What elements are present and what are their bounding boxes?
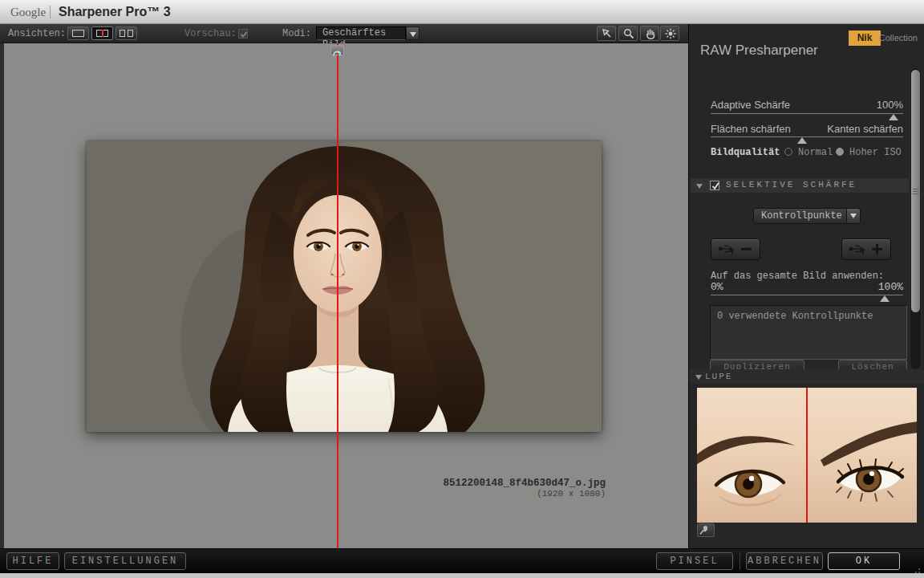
sidebyside-view-icon	[120, 30, 125, 37]
radio-hoher-iso-label[interactable]: Hoher ISO	[849, 147, 902, 158]
lupe-section-header[interactable]: LUPE	[689, 369, 924, 384]
pinsel-button[interactable]: PINSEL	[656, 552, 733, 570]
pushpin-icon	[698, 524, 710, 535]
google-logo: Google	[10, 0, 46, 24]
collapse-triangle-icon[interactable]	[696, 184, 703, 189]
adaptive-slider-handle[interactable]	[889, 114, 898, 120]
lightbulb-icon	[664, 27, 677, 40]
adaptive-schaerfe-value: 100%	[833, 99, 903, 111]
bildqualitaet-label: Bildqualität	[711, 147, 780, 158]
view-split-button[interactable]	[91, 26, 113, 40]
loeschen-button[interactable]: Löschen	[838, 360, 907, 369]
image-dimensions: (1920 x 1080)	[365, 489, 606, 499]
panel-scrollbar-thumb[interactable]	[911, 70, 920, 312]
flaechen-label: Flächen schärfen	[711, 123, 791, 135]
panel-scrollbar[interactable]	[910, 67, 922, 370]
lupe-eyes-image	[697, 388, 917, 523]
vorschau-checkbox[interactable]	[238, 29, 248, 39]
split-view-redline-icon	[102, 30, 103, 37]
control-point-minus-icon	[717, 244, 756, 256]
lupe-preview	[697, 388, 917, 523]
control-points-list[interactable]: 0 verwendete Kontrollpunkte	[710, 305, 907, 360]
modi-label: Modi:	[282, 24, 311, 43]
ok-button[interactable]: OK	[828, 552, 900, 570]
control-point-plus-icon	[848, 244, 886, 256]
kanten-label: Kanten schärfen	[801, 123, 903, 135]
control-points-list-text: 0 verwendete Kontrollpunkte	[717, 311, 873, 322]
kontrollpunkte-dropdown-value: Kontrollpunkte	[761, 209, 842, 223]
lupe-header-label: LUPE	[705, 372, 732, 381]
adaptive-schaerfe-label: Adaptive Schärfe	[711, 99, 790, 111]
chevron-down-icon	[850, 214, 857, 218]
scrollbar-grip-icon	[913, 189, 918, 189]
split-divider-line[interactable]	[337, 43, 338, 548]
single-view-icon	[72, 30, 84, 37]
modi-select[interactable]: Geschärftes Bild	[316, 26, 406, 40]
view-sidebyside-button[interactable]	[116, 26, 137, 40]
kontrollpunkte-dropdown[interactable]: Kontrollpunkte	[753, 208, 861, 224]
bottom-bar: HILFE EINSTELLUNGEN PINSEL ABBRECHEN OK	[0, 548, 924, 573]
sidebyside-view-icon2	[128, 30, 133, 37]
cursor-tool-button[interactable]	[597, 26, 616, 41]
brightness-tool-button[interactable]	[660, 26, 679, 41]
app-title: Sharpener Pro™ 3	[59, 0, 171, 24]
ansichten-label: Ansichten:	[8, 24, 66, 43]
modi-select-arrow-button[interactable]	[406, 26, 419, 40]
remove-control-point-button[interactable]	[711, 238, 760, 260]
preview-image[interactable]	[87, 141, 602, 432]
apply-slider-track[interactable]	[711, 295, 903, 295]
titlebar-divider	[50, 6, 51, 18]
radio-normal[interactable]	[784, 148, 792, 156]
abbrechen-button[interactable]: ABBRECHEN	[746, 552, 823, 570]
toolbar: Ansichten: Vorschau: Modi: Geschärftes B…	[0, 24, 688, 43]
apply-max-value: 100%	[833, 281, 903, 293]
selektive-schaerfe-section-header[interactable]: SELEKTIVE SCHÄRFE	[691, 178, 909, 193]
pin-lupe-button[interactable]	[697, 523, 715, 537]
nik-logo: Nik	[849, 31, 881, 46]
portrait-photo	[87, 141, 602, 432]
curved-arrow-icon	[331, 48, 343, 57]
radio-hoher-iso[interactable]	[836, 148, 844, 156]
hilfe-button[interactable]: HILFE	[6, 552, 59, 570]
flaechen-kanten-slider-track[interactable]	[711, 136, 903, 137]
pan-tool-button[interactable]	[640, 26, 659, 41]
split-divider-handle[interactable]	[330, 45, 344, 55]
title-bar: Google Sharpener Pro™ 3	[0, 0, 924, 24]
selektive-checkbox[interactable]	[710, 181, 719, 190]
magnifier-icon	[622, 27, 635, 40]
chevron-down-icon	[410, 32, 416, 37]
apply-min-value: 0%	[711, 281, 723, 293]
image-filename: 8512200148_8f4b630d47_o.jpg	[365, 478, 606, 489]
add-control-point-button[interactable]	[841, 238, 891, 260]
settings-panel: Nik Collection RAW Presharpener Adaptive…	[688, 24, 924, 548]
list-actions-row: Duplizieren Löschen	[689, 360, 915, 369]
preview-canvas[interactable]: 8512200148_8f4b630d47_o.jpg (1920 x 1080…	[0, 43, 688, 548]
flaechen-kanten-slider-handle[interactable]	[797, 137, 807, 144]
check-icon	[239, 30, 249, 39]
einstellungen-button[interactable]: EINSTELLUNGEN	[64, 552, 186, 570]
resize-grip[interactable]	[918, 568, 920, 570]
radio-normal-label[interactable]: Normal	[798, 147, 833, 158]
collapse-triangle-icon[interactable]	[695, 375, 702, 380]
view-single-button[interactable]	[67, 26, 89, 40]
vorschau-label: Vorschau:	[184, 24, 237, 43]
duplizieren-button[interactable]: Duplizieren	[710, 360, 804, 369]
panel-title: RAW Presharpener	[700, 43, 818, 59]
cursor-icon	[601, 27, 614, 40]
selektive-header-label: SELEKTIVE SCHÄRFE	[726, 180, 857, 189]
apply-slider-handle[interactable]	[880, 295, 890, 302]
window-bottom-edge	[0, 573, 924, 578]
hand-icon	[644, 27, 657, 40]
app-window: Google Sharpener Pro™ 3 Ansichten: Vorsc…	[0, 0, 924, 578]
apply-whole-image-label: Auf das gesamte Bild anwenden:	[711, 271, 884, 282]
nik-collection-label: Collection	[879, 31, 918, 46]
adaptive-slider-track[interactable]	[711, 113, 903, 114]
kontrollpunkte-dropdown-arrow[interactable]	[846, 209, 860, 223]
bottombar-divider	[740, 552, 740, 570]
zoom-tool-button[interactable]	[618, 26, 638, 41]
check-icon	[711, 181, 720, 191]
